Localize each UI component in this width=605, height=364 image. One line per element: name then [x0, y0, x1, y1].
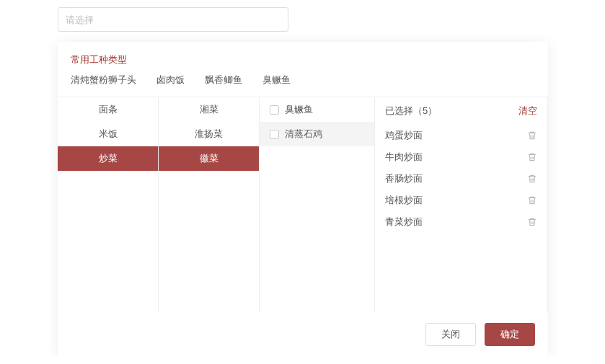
common-tag[interactable]: 清炖蟹粉狮子头: [71, 74, 136, 86]
cascader-body: 面条米饭炒菜 湘菜淮扬菜徽菜 臭鳜鱼清蒸石鸡 已选择（5） 清空 鸡蛋炒面牛肉炒…: [58, 97, 548, 313]
selected-item: 培根炒面: [385, 190, 537, 211]
confirm-button[interactable]: 确定: [485, 323, 535, 346]
cascader-item[interactable]: 炒菜: [58, 146, 158, 171]
common-tag[interactable]: 飘香鲫鱼: [205, 74, 242, 86]
clear-button[interactable]: 清空: [518, 105, 537, 117]
selected-item: 鸡蛋炒面: [385, 125, 537, 146]
footer: 关闭 确定: [71, 313, 535, 346]
column-2: 湘菜淮扬菜徽菜: [159, 97, 260, 313]
cascader-item[interactable]: 湘菜: [159, 97, 259, 122]
section-title: 常用工种类型: [71, 53, 535, 66]
column-1: 面条米饭炒菜: [58, 97, 159, 313]
trash-icon[interactable]: [527, 195, 537, 205]
selected-prefix: 已选择（: [385, 105, 423, 116]
cascader-leaf[interactable]: 清蒸石鸡: [260, 122, 374, 146]
selected-item-label: 培根炒面: [385, 194, 423, 207]
selected-item: 香肠炒面: [385, 168, 537, 190]
checkbox[interactable]: [270, 105, 279, 115]
column-3: 臭鳜鱼清蒸石鸡: [260, 97, 375, 313]
cascader-item[interactable]: 米饭: [58, 122, 158, 146]
selected-count: 已选择（5）: [385, 105, 437, 117]
cascader-leaf-label: 臭鳜鱼: [285, 103, 313, 116]
select-input[interactable]: 请选择: [58, 7, 288, 32]
selected-item-label: 鸡蛋炒面: [385, 129, 423, 142]
selected-header: 已选择（5） 清空: [385, 105, 537, 117]
trash-icon[interactable]: [527, 174, 537, 184]
cascader-item[interactable]: 面条: [58, 97, 158, 122]
trash-icon[interactable]: [527, 152, 537, 162]
selected-list: 鸡蛋炒面牛肉炒面香肠炒面培根炒面青菜炒面: [385, 125, 537, 233]
cascader-leaf-label: 清蒸石鸡: [285, 128, 322, 141]
checkbox[interactable]: [270, 130, 279, 139]
trash-icon[interactable]: [527, 130, 537, 141]
common-tags: 清炖蟹粉狮子头卤肉饭飘香鲫鱼臭鳜鱼: [71, 74, 535, 97]
selected-item-label: 青菜炒面: [385, 216, 423, 228]
selected-panel: 已选择（5） 清空 鸡蛋炒面牛肉炒面香肠炒面培根炒面青菜炒面: [375, 97, 548, 313]
selected-item-label: 香肠炒面: [385, 172, 423, 185]
cascader-leaf[interactable]: 臭鳜鱼: [260, 97, 374, 122]
cascader-item[interactable]: 徽菜: [159, 146, 259, 171]
cascader-panel: 常用工种类型 清炖蟹粉狮子头卤肉饭飘香鲫鱼臭鳜鱼 面条米饭炒菜 湘菜淮扬菜徽菜 …: [58, 42, 548, 356]
selected-suffix: ）: [428, 105, 437, 116]
selected-item: 青菜炒面: [385, 211, 537, 233]
selected-item: 牛肉炒面: [385, 146, 537, 168]
common-tag[interactable]: 卤肉饭: [156, 74, 185, 86]
close-button[interactable]: 关闭: [425, 323, 476, 346]
selected-item-label: 牛肉炒面: [385, 151, 423, 164]
trash-icon[interactable]: [527, 217, 537, 227]
common-tag[interactable]: 臭鳜鱼: [262, 74, 291, 86]
cascader-item[interactable]: 淮扬菜: [159, 122, 259, 146]
